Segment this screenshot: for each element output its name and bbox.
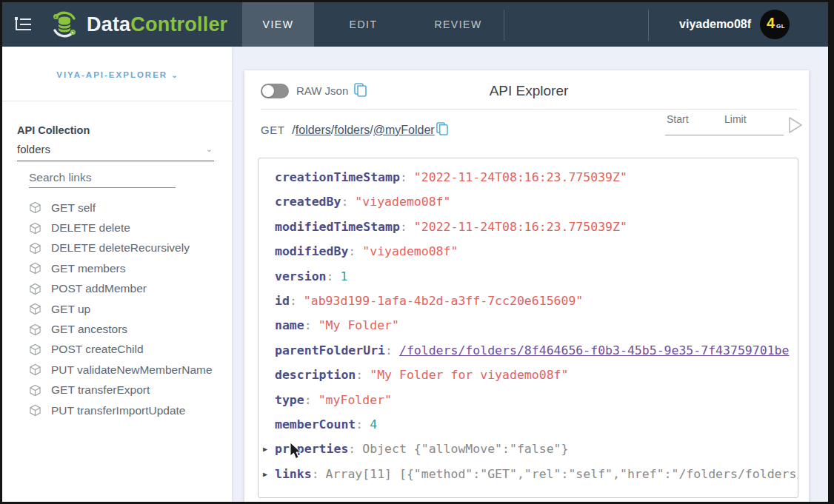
header-tabs: VIEW EDIT REVIEW xyxy=(242,2,504,47)
sidebar-divider xyxy=(2,101,232,101)
mouse-cursor xyxy=(289,442,302,461)
path-link-folders[interactable]: folders xyxy=(296,124,331,136)
cube-icon xyxy=(29,363,41,376)
raw-json-toggle[interactable] xyxy=(261,84,289,98)
expand-arrow-icon[interactable]: ▶ xyxy=(263,437,267,461)
api-link-post-createchild[interactable]: POST createChild xyxy=(29,340,229,360)
api-link-get-transferexport[interactable]: GET transferExport xyxy=(29,380,229,400)
api-links-list: GET self DELETE delete DELETE deleteRecu… xyxy=(29,198,229,420)
parent-folder-uri-link[interactable]: /folders/folders/8f464656-f0b3-45b5-9e35… xyxy=(399,343,790,357)
api-link-put-transferimportupdate[interactable]: PUT transferImportUpdate xyxy=(29,400,229,420)
json-row: name:"My Folder" xyxy=(258,313,798,337)
brand-part-controller: Controller xyxy=(130,13,227,36)
json-row: type:"myFolder" xyxy=(258,388,798,412)
json-row: memberCount:4 xyxy=(258,412,798,437)
top-header: DataController VIEW EDIT REVIEW viyademo… xyxy=(2,2,828,47)
json-row: id:"ab93d199-1afa-4b2d-a3ff-7cc20e615609… xyxy=(258,289,798,313)
tab-review[interactable]: REVIEW xyxy=(413,2,504,47)
tab-edit[interactable]: EDIT xyxy=(314,2,413,47)
api-link-delete-delete[interactable]: DELETE delete xyxy=(29,218,229,238)
panel-toolbar: API Explorer RAW Json xyxy=(261,81,797,103)
cube-icon xyxy=(29,242,41,255)
sidebar: VIYA-API-EXPLORER ⌄ API Collection folde… xyxy=(2,47,232,502)
chevron-down-icon: ⌄ xyxy=(171,71,177,79)
api-link-get-self[interactable]: GET self xyxy=(29,198,229,218)
json-row-links: ▶links:Array[11] [{"method":"GET","rel":… xyxy=(258,462,798,486)
json-row-properties: ▶properties:Object {"allowMove":"false"} xyxy=(258,437,798,461)
app-window: DataController VIEW EDIT REVIEW viyademo… xyxy=(2,2,828,502)
cube-icon xyxy=(29,343,41,356)
chevron-down-icon: ⌄ xyxy=(206,144,213,154)
api-link-post-addmember[interactable]: POST addMember xyxy=(29,279,229,299)
workspace-selector[interactable]: VIYA-API-EXPLORER ⌄ xyxy=(2,70,232,79)
badge-number: 4 xyxy=(767,15,775,32)
search-links-input[interactable] xyxy=(29,171,177,184)
api-link-delete-deleterecursively[interactable]: DELETE deleteRecursively xyxy=(29,238,229,258)
api-explorer-panel: API Explorer RAW Json GET/folders/folder… xyxy=(244,70,809,502)
datacontroller-logo-icon xyxy=(50,10,79,39)
raw-json-label: RAW Json xyxy=(296,84,348,97)
user-area: viyademo08f 4 GL xyxy=(679,2,790,47)
search-links-field xyxy=(29,171,176,188)
json-row: modifiedTimeStamp:"2022-11-24T08:16:23.7… xyxy=(258,215,798,239)
cube-icon xyxy=(29,262,41,275)
json-row: creationTimeStamp:"2022-11-24T08:16:23.7… xyxy=(258,165,798,189)
run-request-button[interactable] xyxy=(787,116,804,134)
cube-icon xyxy=(29,283,41,295)
copy-icon[interactable] xyxy=(436,122,448,136)
copy-icon[interactable] xyxy=(354,83,367,98)
api-collection-select[interactable]: folders ⌄ xyxy=(17,143,214,161)
toggle-knob xyxy=(262,85,274,97)
api-link-get-members[interactable]: GET members xyxy=(29,258,229,278)
brand-title: DataController xyxy=(87,13,227,36)
toolbar-divider xyxy=(261,109,797,110)
json-row: description:"My Folder for viyademo08f" xyxy=(258,363,798,387)
request-url: GET/folders/folders/@myFolder xyxy=(261,122,448,140)
api-link-get-up[interactable]: GET up xyxy=(29,299,229,319)
brand-part-data: Data xyxy=(87,13,130,36)
request-method: GET xyxy=(261,124,284,136)
expand-arrow-icon[interactable]: ▶ xyxy=(263,462,267,486)
api-link-get-ancestors[interactable]: GET ancestors xyxy=(29,319,229,339)
4gl-badge[interactable]: 4 GL xyxy=(760,10,790,39)
header-divider xyxy=(648,10,649,41)
cube-icon xyxy=(29,323,41,336)
cube-icon xyxy=(29,222,41,235)
start-limit-input[interactable] xyxy=(665,121,784,135)
json-row: createdBy:"viyademo08f" xyxy=(258,189,798,214)
json-row: modifiedBy:"viyademo08f" xyxy=(258,239,798,263)
path-link-myfolder[interactable]: @myFolder xyxy=(373,124,435,136)
json-row: version:1 xyxy=(258,264,798,289)
cube-icon xyxy=(29,384,41,397)
cube-icon xyxy=(29,201,41,214)
tab-view[interactable]: VIEW xyxy=(242,2,314,47)
header-divider xyxy=(504,10,504,41)
path-link-folders[interactable]: folders xyxy=(334,124,370,136)
cube-icon xyxy=(29,303,41,315)
json-row: parentFolderUri:/folders/folders/8f46465… xyxy=(258,338,798,363)
api-collection-label: API Collection xyxy=(17,124,90,136)
tree-menu-icon[interactable] xyxy=(13,14,33,35)
json-response-viewer[interactable]: creationTimeStamp:"2022-11-24T08:16:23.7… xyxy=(258,158,798,498)
badge-suffix: GL xyxy=(776,23,785,30)
username-label: viyademo08f xyxy=(679,18,751,31)
cube-icon xyxy=(29,404,41,417)
api-link-put-validatenewmembername[interactable]: PUT validateNewMemberName xyxy=(29,360,229,380)
